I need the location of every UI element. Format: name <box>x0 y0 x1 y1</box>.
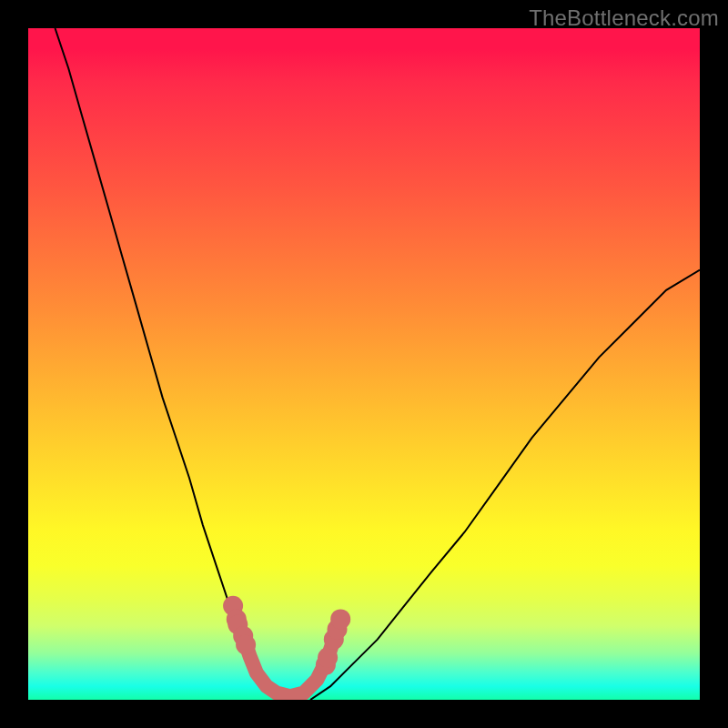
snake-bead <box>318 648 338 668</box>
left-branch-path <box>56 28 284 700</box>
snake-bead <box>236 635 256 655</box>
left-branch-curve <box>56 28 284 700</box>
snake-beads <box>223 596 350 675</box>
snake-bead <box>330 609 350 629</box>
right-branch-path <box>310 270 700 700</box>
plot-area <box>28 28 700 700</box>
right-branch-curve <box>310 270 700 700</box>
outer-frame: TheBottleneck.com <box>0 0 728 728</box>
chart-svg <box>28 28 700 700</box>
watermark-text: TheBottleneck.com <box>529 5 719 31</box>
bottom-snake <box>223 596 350 697</box>
